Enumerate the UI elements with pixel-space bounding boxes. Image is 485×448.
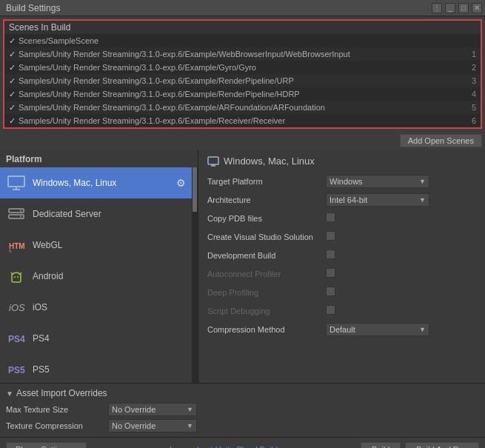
platform-item-windows-mac-linux[interactable]: Windows, Mac, Linux ⚙ [0, 167, 192, 198]
dropdown-arrow-icon: ▼ [419, 196, 426, 204]
scene-path: Samples/Unity Render Streaming/3.1.0-exp… [19, 50, 466, 58]
platform-item-ps4[interactable]: PS4 PS4 [0, 323, 192, 354]
scene-checkbox: ✓ [9, 103, 16, 113]
platform-label: Windows, Mac, Linux [33, 178, 116, 188]
dropdown-arrow-icon: ▼ [419, 178, 426, 185]
scene-row[interactable]: ✓ Samples/Unity Render Streaming/3.1.0-e… [4, 61, 481, 74]
platform-item-android[interactable]: Android [0, 261, 192, 292]
asset-header-label: Asset Import Overrides [16, 388, 107, 398]
scene-row[interactable]: ✓ Samples/Unity Render Streaming/3.1.0-e… [4, 114, 481, 127]
scene-index: 4 [466, 90, 476, 98]
scroll-thumb [193, 167, 197, 212]
minimize-btn[interactable]: _ [445, 3, 455, 13]
webgl-icon: HTML5 [6, 235, 27, 255]
settings-row-autoconnect: Autoconnect Profiler [207, 267, 476, 281]
architecture-dropdown[interactable]: Intel 64-bit▼ [326, 193, 429, 207]
create-vs-checkbox[interactable] [326, 231, 335, 241]
scene-row[interactable]: ✓ Samples/Unity Render Streaming/3.1.0-e… [4, 47, 481, 61]
platform-label: iOS [33, 302, 47, 312]
monitor-icon [207, 156, 219, 167]
scene-checkbox: ✓ [9, 50, 16, 59]
ps5-icon: PS5 [6, 359, 27, 380]
platform-header: Platform [0, 150, 198, 167]
asset-dropdown[interactable]: No Override ▼ [108, 419, 197, 432]
compression-value: Default [330, 325, 355, 334]
settings-row-copy-pdb: Copy PDB files [207, 211, 476, 226]
copy-pdb-label: Copy PDB files [207, 214, 326, 223]
scenes-section: Scenes In Build ✓ Scenes/SampleScene ✓ S… [3, 19, 482, 129]
scene-row[interactable]: ✓ Samples/Unity Render Streaming/3.1.0-e… [4, 74, 481, 87]
scene-index: 5 [466, 103, 476, 112]
asset-rows: Max Texture Size No Override ▼ Texture C… [6, 403, 479, 432]
menu-btn[interactable]: ⋮ [432, 3, 442, 13]
asset-row: Texture Compression No Override ▼ [6, 419, 479, 432]
scene-row[interactable]: ✓ Samples/Unity Render Streaming/3.1.0-e… [4, 87, 481, 101]
dev-build-label: Development Build [207, 251, 326, 260]
maximize-btn[interactable]: □ [458, 3, 469, 13]
scene-row[interactable]: ✓ Samples/Unity Render Streaming/3.1.0-e… [4, 101, 481, 114]
dev-build-value-container [326, 250, 476, 261]
script-debug-label: Script Debugging [207, 307, 326, 315]
svg-text:iOS: iOS [9, 302, 25, 313]
platform-item-webgl[interactable]: HTML5 WebGL [0, 230, 192, 261]
svg-text:PS5: PS5 [8, 365, 25, 375]
platform-list: Windows, Mac, Linux ⚙ Dedicated Server H… [0, 167, 192, 383]
cloud-build-link[interactable]: Learn about Unity Cloud Build [170, 445, 278, 448]
scenes-header: Scenes In Build [4, 21, 481, 34]
asset-dropdown[interactable]: No Override ▼ [108, 403, 197, 416]
settings-rows: Target Platform Windows▼ Architecture In… [207, 174, 476, 337]
ps4-icon: PS4 [6, 328, 27, 349]
platform-label: WebGL [33, 240, 62, 250]
dev-build-checkbox[interactable] [326, 250, 335, 259]
architecture-value-container: Intel 64-bit▼ [326, 193, 476, 207]
autoconnect-value-container [326, 268, 476, 280]
scene-row[interactable]: ✓ Scenes/SampleScene [4, 34, 481, 47]
svg-point-5 [20, 210, 21, 212]
platform-label: Dedicated Server [33, 209, 101, 219]
settings-platform-title: Windows, Mac, Linux [224, 156, 315, 167]
build-buttons: Build Build And Run [361, 442, 479, 448]
platform-label: Android [33, 271, 63, 281]
build-and-run-button[interactable]: Build And Run [405, 442, 479, 448]
platform-scrollbar[interactable] [192, 167, 198, 383]
deep-profiling-checkbox [326, 287, 335, 296]
autoconnect-checkbox [326, 268, 335, 278]
dropdown-arrow-icon: ▼ [187, 422, 193, 429]
scene-path: Samples/Unity Render Streaming/3.1.0-exp… [19, 63, 466, 72]
create-vs-label: Create Visual Studio Solution [207, 233, 326, 241]
scene-index: 1 [466, 50, 476, 58]
build-button[interactable]: Build [361, 442, 401, 448]
close-btn[interactable]: ✕ [472, 3, 482, 13]
compression-value-container: Default▼ [326, 323, 476, 336]
svg-text:PS4: PS4 [8, 334, 25, 344]
target-platform-label: Target Platform [207, 177, 326, 186]
copy-pdb-checkbox[interactable] [326, 213, 335, 222]
dropdown-arrow-icon: ▼ [187, 406, 193, 413]
platform-item-ps5[interactable]: PS5 PS5 [0, 354, 192, 383]
asset-header: ▼ Asset Import Overrides [6, 388, 479, 398]
scene-checkbox: ✓ [9, 116, 16, 126]
architecture-value: Intel 64-bit [330, 195, 367, 204]
scene-path: Scenes/SampleScene [19, 36, 466, 45]
platform-item-dedicated-server[interactable]: Dedicated Server [0, 198, 192, 230]
target-platform-dropdown[interactable]: Windows▼ [326, 175, 429, 188]
compression-dropdown[interactable]: Default▼ [326, 323, 429, 336]
scenes-list: ✓ Scenes/SampleScene ✓ Samples/Unity Ren… [4, 34, 481, 127]
asset-row: Max Texture Size No Override ▼ [6, 403, 479, 416]
platform-item-ios[interactable]: iOS iOS [0, 292, 192, 323]
add-scenes-button[interactable]: Add Open Scenes [400, 134, 482, 147]
scene-index: 2 [466, 63, 476, 72]
title-bar-label: Build Settings [6, 3, 60, 13]
platform-label: PS5 [33, 364, 50, 375]
scene-checkbox: ✓ [9, 36, 16, 46]
dropdown-arrow-icon: ▼ [419, 326, 426, 333]
settings-row-create-vs: Create Visual Studio Solution [207, 230, 476, 244]
title-bar-controls: ⋮ _ □ ✕ [432, 3, 482, 13]
gear-icon[interactable]: ⚙ [176, 177, 186, 189]
scene-index: 3 [466, 76, 476, 85]
deep-profiling-value-container [326, 287, 476, 298]
scene-path: Samples/Unity Render Streaming/3.1.0-exp… [19, 103, 466, 112]
player-settings-button[interactable]: Player Settings... [6, 442, 87, 448]
settings-panel: Windows, Mac, Linux Target Platform Wind… [198, 150, 485, 383]
asset-section: ▼ Asset Import Overrides Max Texture Siz… [0, 383, 485, 437]
